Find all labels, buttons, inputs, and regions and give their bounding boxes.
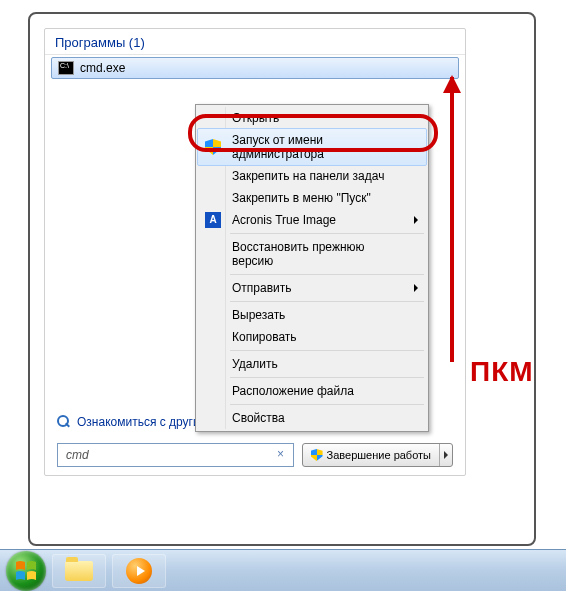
cmd-icon [58,61,74,75]
shield-icon [311,449,323,461]
submenu-arrow-icon [414,284,418,292]
cm-separator [230,404,424,405]
result-cmd-exe[interactable]: cmd.exe [51,57,459,79]
cm-copy[interactable]: Копировать [198,326,426,348]
acronis-icon: A [205,212,221,228]
uac-shield-icon [205,139,221,155]
bottom-bar: × Завершение работы [57,443,453,467]
taskbar-media-player[interactable] [112,554,166,588]
cm-separator [230,377,424,378]
taskbar-explorer[interactable] [52,554,106,588]
cm-cut[interactable]: Вырезать [198,304,426,326]
annotation-label: ПКМ [470,356,534,388]
cm-send-to[interactable]: Отправить [198,277,426,299]
start-menu-window: Программы (1) cmd.exe Ознакомиться с дру… [28,12,536,546]
cm-separator [230,350,424,351]
shutdown-label: Завершение работы [327,449,431,461]
windows-logo-icon [14,559,38,583]
shutdown-button[interactable]: Завершение работы [302,443,453,467]
cm-separator [230,274,424,275]
cm-separator [230,301,424,302]
cm-run-as-admin[interactable]: Запуск от имени администратора [197,128,427,166]
taskbar [0,549,566,591]
annotation-arrow [450,77,454,362]
search-input[interactable] [66,448,273,462]
cm-open[interactable]: Открыть [198,107,426,129]
result-label: cmd.exe [80,61,125,75]
cm-pin-start[interactable]: Закрепить в меню "Пуск" [198,187,426,209]
cm-acronis[interactable]: A Acronis True Image [198,209,426,231]
cm-restore[interactable]: Восстановить прежнюю версию [198,236,426,272]
search-box[interactable]: × [57,443,294,467]
shutdown-menu-arrow[interactable] [439,444,452,466]
section-header-programs: Программы (1) [45,29,465,55]
cm-pin-taskbar[interactable]: Закрепить на панели задач [198,165,426,187]
chevron-right-icon [444,451,448,459]
clear-search-icon[interactable]: × [273,447,289,463]
cm-separator [230,233,424,234]
submenu-arrow-icon [414,216,418,224]
cm-properties[interactable]: Свойства [198,407,426,429]
folder-icon [65,561,93,581]
media-player-icon [126,558,152,584]
context-menu: Открыть Запуск от имени администратора З… [195,104,429,432]
search-icon [57,415,71,429]
cm-open-location[interactable]: Расположение файла [198,380,426,402]
start-button[interactable] [6,551,46,591]
cm-delete[interactable]: Удалить [198,353,426,375]
